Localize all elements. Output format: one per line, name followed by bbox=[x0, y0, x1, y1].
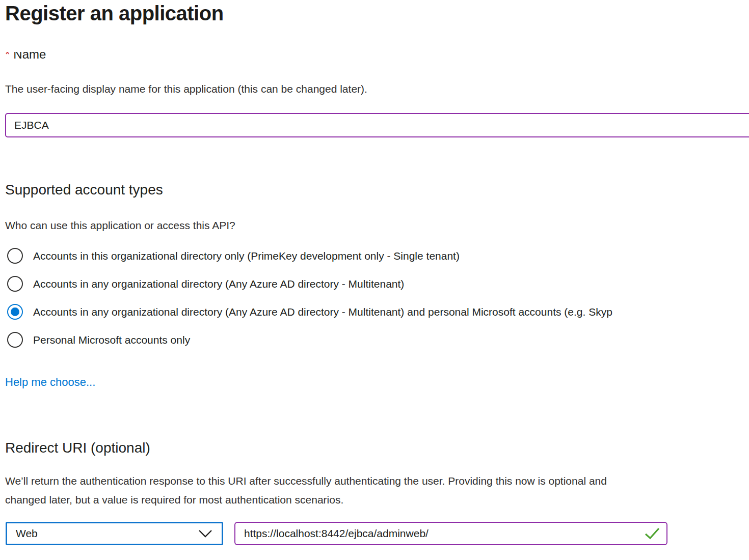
redirect-uri-input-container bbox=[234, 522, 667, 545]
radio-button-icon[interactable] bbox=[7, 248, 23, 264]
application-name-input[interactable] bbox=[5, 113, 749, 137]
redirect-uri-input[interactable] bbox=[235, 523, 644, 544]
radio-option-label: Accounts in any organizational directory… bbox=[33, 278, 404, 290]
platform-select-dropdown[interactable]: Web bbox=[6, 522, 223, 545]
help-me-choose-link[interactable]: Help me choose... bbox=[5, 376, 95, 389]
required-asterisk: * bbox=[5, 52, 10, 61]
platform-select-value: Web bbox=[7, 527, 198, 540]
name-field-label-clipped: *Name bbox=[5, 52, 158, 66]
radio-button-icon[interactable] bbox=[7, 304, 23, 320]
radio-button-icon[interactable] bbox=[7, 332, 23, 348]
radio-option-single-tenant[interactable]: Accounts in this organizational director… bbox=[5, 242, 749, 270]
radio-option-multitenant[interactable]: Accounts in any organizational directory… bbox=[5, 270, 749, 298]
radio-option-label: Personal Microsoft accounts only bbox=[33, 334, 190, 346]
account-type-radio-group: Accounts in this organizational director… bbox=[5, 242, 749, 354]
redirect-uri-description-line2: changed later, but a value is required f… bbox=[5, 490, 607, 509]
name-field-label: Name bbox=[13, 52, 46, 61]
account-types-question: Who can use this application or access t… bbox=[5, 219, 235, 232]
redirect-uri-description-line1: We’ll return the authentication response… bbox=[5, 471, 607, 490]
redirect-uri-description: We’ll return the authentication response… bbox=[5, 471, 607, 509]
radio-option-label: Accounts in any organizational directory… bbox=[33, 306, 612, 318]
radio-option-personal-only[interactable]: Personal Microsoft accounts only bbox=[5, 326, 749, 354]
chevron-down-icon bbox=[198, 529, 222, 538]
radio-option-label: Accounts in this organizational director… bbox=[33, 250, 460, 262]
supported-account-types-heading: Supported account types bbox=[5, 182, 163, 198]
redirect-uri-heading: Redirect URI (optional) bbox=[5, 440, 150, 456]
radio-button-icon[interactable] bbox=[7, 276, 23, 292]
radio-option-multitenant-personal[interactable]: Accounts in any organizational directory… bbox=[5, 298, 749, 326]
name-field-description: The user-facing display name for this ap… bbox=[5, 83, 367, 95]
page-title: Register an application bbox=[5, 2, 224, 25]
checkmark-icon bbox=[644, 527, 666, 540]
